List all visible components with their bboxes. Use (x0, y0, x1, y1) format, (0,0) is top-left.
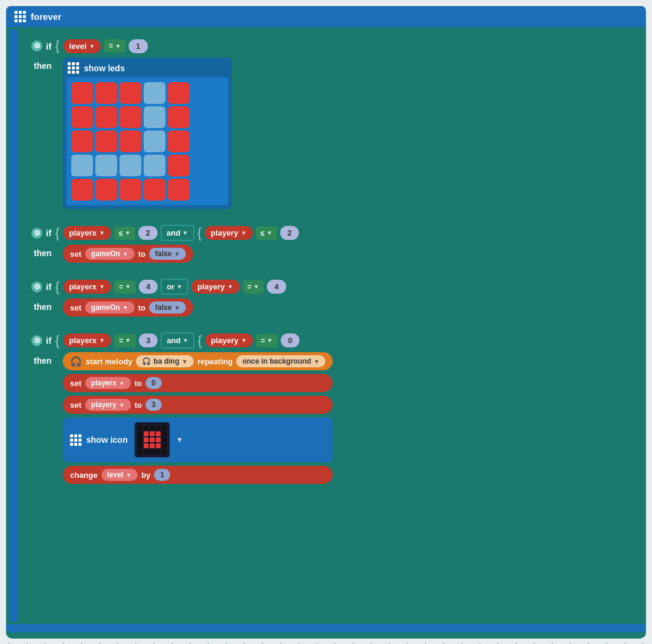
show-leds-header: show leds (66, 61, 228, 75)
false-val-2[interactable]: false ▼ (149, 248, 186, 260)
playery-var-set[interactable]: playery ▼ (85, 399, 131, 411)
val-1[interactable]: 1 (129, 39, 147, 53)
led-2-2[interactable] (120, 130, 141, 152)
change-level-block: change level ▼ by 1 (63, 466, 333, 484)
and-logic-2[interactable]: and ▼ (161, 225, 194, 241)
led-2-0[interactable] (71, 130, 93, 152)
led-1-3[interactable] (144, 106, 165, 128)
forever-block: forever ⚙ if { level (6, 6, 646, 639)
eq-op-1[interactable]: = ▼ (104, 39, 126, 53)
show-leds-block: show leds (63, 57, 232, 209)
icon-preview-grid[interactable] (135, 422, 170, 457)
grid-icon-icon (70, 434, 82, 446)
gear-icon-1[interactable]: ⚙ (31, 40, 42, 51)
led-2-3[interactable] (144, 130, 165, 152)
led-1-0[interactable] (71, 106, 93, 128)
then-content-4: 🎧 start melody 🎧 ba ding ▼ repeating onc… (63, 352, 333, 484)
condition-2: playerx ▼ ≤ ▼ 2 and ▼ (63, 225, 299, 241)
val-py[interactable]: 3 (145, 399, 162, 411)
bracket-open-2: { (55, 225, 59, 241)
gear-icon-4[interactable]: ⚙ (31, 335, 42, 346)
val-3b[interactable]: 4 (267, 280, 286, 294)
led-2-1[interactable] (95, 130, 117, 152)
leq-op-2[interactable]: ≤ ▼ (114, 227, 136, 240)
if-block-1: ⚙ if { level ▼ = ▼ (24, 32, 642, 214)
then-row-1: then show leds (31, 56, 638, 210)
leq-op-2b[interactable]: ≤ ▼ (256, 227, 278, 240)
led-3-2[interactable] (120, 155, 141, 176)
condition-1: level ▼ = ▼ 1 (63, 39, 148, 53)
playery-var-2[interactable]: playery ▼ (205, 226, 252, 240)
show-leds-label: show leds (84, 63, 125, 73)
forever-label: forever (31, 11, 62, 22)
led-grid[interactable] (66, 77, 228, 205)
if-label-2: if (46, 228, 51, 238)
led-0-2[interactable] (120, 82, 141, 104)
playery-var-3[interactable]: playery ▼ (191, 280, 239, 294)
by-val[interactable]: 1 (154, 469, 170, 481)
led-4-4[interactable] (168, 179, 190, 201)
if-block-2: ⚙ if { playerx ▼ ≤ ▼ 2 (24, 219, 642, 268)
level-var-change[interactable]: level ▼ (101, 469, 138, 481)
led-0-3[interactable] (144, 82, 165, 104)
led-3-1[interactable] (95, 155, 117, 176)
val-2a[interactable]: 2 (138, 226, 157, 240)
eq-op-3b[interactable]: = ▼ (243, 280, 264, 294)
led-0-1[interactable] (95, 82, 117, 104)
then-label-1: then (34, 57, 58, 71)
melody-icon-inner: 🎧 (142, 357, 151, 365)
melody-icon: 🎧 (70, 356, 82, 367)
repeat-pill[interactable]: once in background ▼ (236, 355, 325, 367)
level-var[interactable]: level ▼ (63, 39, 101, 53)
playerx-var-set[interactable]: playerx ▼ (85, 377, 131, 389)
bracket-open-4: { (55, 333, 59, 349)
gameOn-var-2[interactable]: gameOn ▼ (85, 248, 135, 260)
bracket-open-1: { (55, 38, 59, 54)
then-content-1: show leds (63, 57, 232, 209)
condition-3: playerx ▼ = ▼ 4 or ▼ (63, 279, 286, 295)
eq-op-4b[interactable]: = ▼ (256, 334, 278, 347)
val-3a[interactable]: 4 (139, 280, 158, 294)
playerx-var-2[interactable]: playerx ▼ (63, 226, 111, 240)
set-playery-block: set playery ▼ to 3 (63, 396, 333, 414)
set-block-3: set gameOn ▼ to false ▼ (63, 298, 193, 317)
led-0-4[interactable] (168, 82, 190, 104)
led-1-4[interactable] (168, 106, 190, 128)
val-4a[interactable]: 3 (139, 333, 158, 347)
forever-header[interactable]: forever (6, 6, 646, 27)
then-label-2: then (34, 245, 58, 258)
led-3-0[interactable] (71, 155, 93, 176)
led-3-4[interactable] (168, 155, 190, 176)
workspace: forever ⚙ if { level (0, 0, 652, 644)
if-block-4: ⚙ if { playerx ▼ = ▼ 3 (24, 326, 642, 489)
melody-name-pill[interactable]: 🎧 ba ding ▼ (136, 355, 194, 367)
and-logic-4[interactable]: and ▼ (161, 332, 194, 349)
led-4-1[interactable] (95, 179, 117, 201)
playerx-var-3[interactable]: playerx ▼ (63, 280, 111, 294)
or-logic-3[interactable]: or ▼ (161, 279, 188, 295)
led-2-4[interactable] (168, 130, 190, 152)
set-block-2: set gameOn ▼ to false ▼ (63, 245, 193, 263)
val-4b[interactable]: 0 (281, 333, 299, 347)
gear-icon-3[interactable]: ⚙ (31, 282, 42, 292)
val-px[interactable]: 0 (145, 377, 162, 389)
then-row-2: then set gameOn ▼ to false ▼ (31, 243, 638, 264)
gameOn-var-3[interactable]: gameOn ▼ (85, 301, 135, 314)
led-4-0[interactable] (71, 179, 93, 201)
eq-op-3[interactable]: = ▼ (114, 280, 136, 294)
led-0-0[interactable] (71, 82, 93, 104)
eq-op-4[interactable]: = ▼ (114, 334, 136, 347)
condition-4: playerx ▼ = ▼ 3 and ▼ (63, 332, 300, 349)
false-val-3[interactable]: false ▼ (149, 301, 186, 314)
val-2b[interactable]: 2 (280, 226, 299, 240)
led-4-3[interactable] (144, 179, 165, 201)
playerx-var-4[interactable]: playerx ▼ (63, 333, 111, 347)
playery-var-4[interactable]: playery ▼ (205, 333, 253, 347)
led-4-2[interactable] (120, 179, 141, 201)
led-1-2[interactable] (120, 106, 141, 128)
icon-dropdown[interactable]: ▼ (176, 436, 183, 444)
led-1-1[interactable] (95, 106, 117, 128)
then-label-3: then (34, 298, 58, 312)
gear-icon-2[interactable]: ⚙ (31, 228, 42, 239)
led-3-3[interactable] (144, 155, 165, 176)
